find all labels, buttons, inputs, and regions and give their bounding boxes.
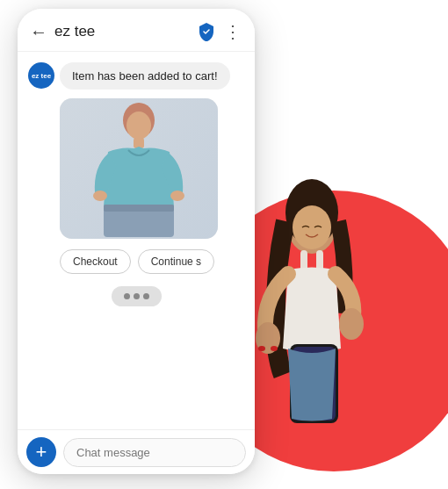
bot-avatar: ez tee: [28, 62, 54, 89]
shield-icon: [196, 21, 217, 42]
added-to-cart-message: Item has been added to cart!: [60, 62, 230, 90]
product-image: [60, 98, 218, 239]
typing-indicator-row: [28, 286, 244, 306]
svg-point-2: [293, 205, 331, 249]
chat-message-input[interactable]: [63, 438, 246, 467]
typing-dot-1: [124, 293, 130, 299]
input-bar: +: [18, 429, 255, 474]
svg-rect-17: [104, 205, 174, 212]
svg-point-15: [170, 191, 184, 201]
phone-mockup: ← ez tee ⋮ ez tee Item has been added to…: [18, 9, 255, 474]
svg-point-10: [271, 346, 278, 351]
continue-shopping-button[interactable]: Continue s: [138, 249, 214, 274]
chat-header: ← ez tee ⋮: [18, 9, 255, 52]
product-card: [60, 98, 218, 239]
typing-dot-3: [143, 293, 149, 299]
svg-point-6: [339, 308, 364, 340]
add-attachment-button[interactable]: +: [26, 437, 56, 467]
chat-title: ez tee: [54, 23, 189, 40]
product-sweater-svg: [86, 101, 191, 237]
chat-body: ez tee Item has been added to cart!: [18, 52, 255, 429]
action-buttons: Checkout Continue s: [60, 249, 244, 274]
bot-message-row: ez tee Item has been added to cart!: [28, 62, 244, 90]
typing-dot-2: [134, 293, 140, 299]
more-options-button[interactable]: ⋮: [224, 21, 242, 42]
checkout-button[interactable]: Checkout: [60, 249, 131, 274]
svg-point-12: [126, 111, 151, 140]
typing-bubble: [112, 286, 162, 306]
svg-point-14: [93, 191, 107, 201]
back-button[interactable]: ←: [30, 22, 47, 42]
svg-point-9: [258, 346, 265, 351]
